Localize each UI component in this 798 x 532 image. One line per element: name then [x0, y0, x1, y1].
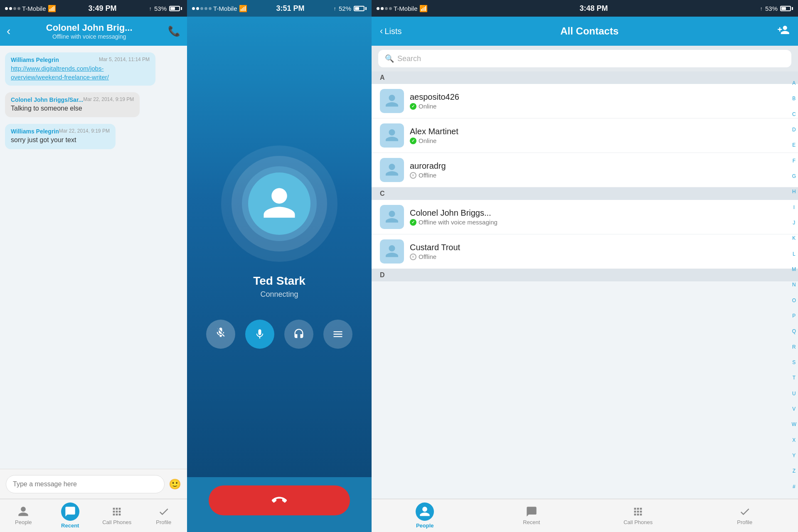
- tab-callphones-p1[interactable]: Call Phones: [94, 506, 140, 525]
- tab-callphones-p3[interactable]: Call Phones: [585, 506, 692, 525]
- back-button-p3[interactable]: ‹ Lists: [380, 26, 401, 37]
- profile-icon-p1: [158, 506, 170, 517]
- battery-pct-p3: 53%: [765, 5, 778, 12]
- battery-tip-p3: [792, 7, 793, 10]
- contact-status: Offline: [410, 253, 790, 260]
- avatar-icon: [384, 128, 399, 143]
- more-button[interactable]: [323, 320, 352, 349]
- status-text: Offline: [419, 253, 436, 260]
- dot4: [204, 7, 207, 10]
- alpha-b[interactable]: B: [792, 96, 796, 101]
- headset-icon: [293, 328, 305, 340]
- alpha-i[interactable]: I: [792, 205, 796, 210]
- alpha-s[interactable]: S: [792, 360, 796, 365]
- tab-people-p3[interactable]: People: [372, 502, 478, 529]
- chat-header-info: Colonel John Brig... Offline with voice …: [10, 22, 168, 40]
- alpha-a[interactable]: A: [792, 81, 796, 86]
- tab-profile-p3[interactable]: Profile: [692, 506, 798, 525]
- contact-item[interactable]: Colonel John Briggs... Offline with voic…: [372, 200, 798, 234]
- dot1: [377, 7, 379, 10]
- call-button[interactable]: 📞: [168, 25, 180, 37]
- alpha-m[interactable]: M: [792, 267, 796, 272]
- tab-callphones-label-p1: Call Phones: [102, 519, 131, 525]
- avatar-icon: [384, 163, 399, 177]
- contact-status: Online: [410, 103, 790, 110]
- alpha-d[interactable]: D: [792, 127, 796, 133]
- message-time: Mar 22, 2014, 9:19 PM: [83, 96, 134, 103]
- tab-recent-label-p1: Recent: [61, 522, 79, 529]
- alpha-j[interactable]: J: [792, 220, 796, 226]
- alpha-r[interactable]: R: [792, 345, 796, 350]
- time-p1: 3:49 PM: [88, 4, 116, 13]
- more-icon: [332, 328, 344, 340]
- alpha-hash[interactable]: #: [792, 484, 796, 490]
- status-bar-panel1: T-Mobile 📶 3:49 PM ↑ 53%: [0, 0, 187, 17]
- search-bar: 🔍 Search: [372, 46, 798, 71]
- avatar-icon: [384, 209, 399, 224]
- alpha-t[interactable]: T: [792, 375, 796, 381]
- contact-name: auroradrg: [410, 161, 790, 171]
- tab-recent-p3[interactable]: Recent: [478, 506, 585, 525]
- alpha-l[interactable]: L: [792, 251, 796, 257]
- battery-pct-p1: 53%: [154, 5, 167, 12]
- caller-avatar-icon: [261, 185, 298, 222]
- carrier-p1: T-Mobile: [22, 5, 46, 12]
- alpha-v[interactable]: V: [792, 406, 796, 412]
- status-right-p3: ↑ 53%: [760, 5, 793, 12]
- speaker-button[interactable]: [284, 320, 313, 349]
- contacts-header: ‹ Lists All Contacts: [372, 17, 798, 46]
- alpha-z[interactable]: Z: [792, 468, 796, 474]
- tab-people-p1[interactable]: People: [0, 506, 47, 525]
- alpha-w[interactable]: W: [792, 422, 796, 427]
- chat-icon-p3: [526, 506, 537, 517]
- alpha-h[interactable]: H: [792, 189, 796, 195]
- online-status-icon: [410, 138, 416, 144]
- message-text[interactable]: http://www.digitaltrends.com/jobs-overvi…: [11, 64, 150, 81]
- dot2: [9, 7, 12, 10]
- message-input[interactable]: [6, 475, 165, 493]
- tab-recent-p1[interactable]: Recent: [47, 502, 94, 529]
- message-text: Talking to someone else: [11, 104, 134, 113]
- alpha-x[interactable]: X: [792, 438, 796, 443]
- alpha-g[interactable]: G: [792, 174, 796, 179]
- alpha-n[interactable]: N: [792, 282, 796, 288]
- alpha-o[interactable]: O: [792, 298, 796, 303]
- time-p2: 3:51 PM: [276, 4, 304, 13]
- contact-avatar: [380, 89, 404, 113]
- alpha-c[interactable]: C: [792, 112, 796, 117]
- arrow-p3: ↑: [760, 5, 763, 12]
- mute-icon: [215, 327, 227, 341]
- add-contact-button[interactable]: [777, 24, 790, 39]
- emoji-button[interactable]: 🙂: [169, 478, 181, 490]
- person-icon-p1: [17, 506, 29, 517]
- wifi-p3: 📶: [419, 5, 428, 12]
- alpha-u[interactable]: U: [792, 391, 796, 397]
- tab-people-label-p1: People: [15, 519, 32, 525]
- contact-name: aesposito426: [410, 92, 790, 102]
- alpha-q[interactable]: Q: [792, 329, 796, 334]
- tab-bar-p3: People Recent Call Phones Profile: [372, 499, 798, 532]
- battery-p3: [780, 6, 793, 11]
- end-call-button[interactable]: [209, 485, 350, 515]
- chat-icon-p1: [64, 506, 76, 517]
- mute-button[interactable]: [206, 320, 235, 349]
- contact-item[interactable]: auroradrg Offline: [372, 153, 798, 187]
- dot3: [385, 7, 388, 10]
- contact-item[interactable]: Custard Trout Offline: [372, 234, 798, 269]
- alpha-e[interactable]: E: [792, 143, 796, 148]
- alpha-p[interactable]: P: [792, 313, 796, 319]
- back-button[interactable]: ‹: [7, 25, 10, 38]
- alpha-f[interactable]: F: [792, 158, 796, 164]
- tab-profile-p1[interactable]: Profile: [140, 506, 187, 525]
- contact-item[interactable]: aesposito426 Online: [372, 84, 798, 118]
- offline-status-icon: [410, 254, 416, 260]
- mic-button[interactable]: [245, 320, 274, 349]
- contacts-scroll: A aesposito426 Online: [372, 71, 798, 499]
- search-input-wrap[interactable]: 🔍 Search: [378, 50, 791, 67]
- alpha-k[interactable]: K: [792, 236, 796, 241]
- tab-bar-p1: People Recent Call Phones Profile: [0, 499, 187, 532]
- contact-item[interactable]: Alex Martinet Online: [372, 118, 798, 153]
- contact-status: Offline: [410, 172, 790, 179]
- carrier-p3: T-Mobile: [394, 5, 418, 12]
- alpha-y[interactable]: Y: [792, 453, 796, 458]
